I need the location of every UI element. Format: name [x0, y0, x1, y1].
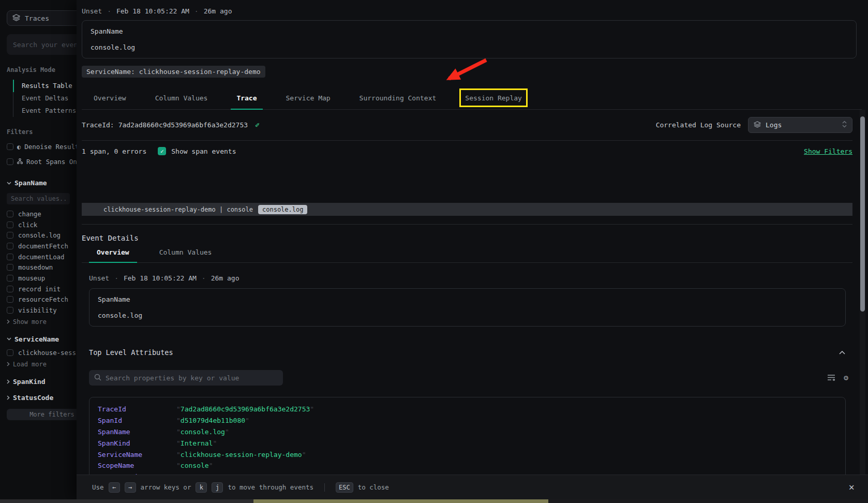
edit-pencil-icon[interactable]: ✎ — [255, 121, 259, 129]
checkbox[interactable] — [7, 221, 13, 228]
checkbox[interactable] — [7, 275, 13, 282]
event-timestamp: Feb 18 10:05:22 AM — [116, 7, 189, 15]
drawer-tabs: Overview Column Values Trace Service Map… — [82, 90, 862, 110]
checkbox[interactable] — [7, 211, 13, 217]
checkbox[interactable] — [7, 264, 13, 271]
spanname-value-documentload[interactable]: documentLoad — [7, 252, 77, 262]
attribute-value[interactable]: 7ad2ad8660c9d53969a6bf6a3e2d2753 — [176, 405, 314, 413]
checkbox[interactable] — [7, 286, 13, 292]
spanname-value-documentfetch[interactable]: documentFetch — [7, 241, 77, 252]
checkbox[interactable] — [7, 243, 13, 249]
status-badge: Unset — [82, 7, 102, 15]
attribute-value[interactable]: d51079d4eb11b080 — [176, 417, 249, 424]
group-header-servicename[interactable]: ServiceName — [7, 335, 77, 343]
scrollbar-thumb[interactable] — [860, 116, 865, 312]
servicename-load-more[interactable]: Load more — [7, 359, 77, 369]
filter-root-spans-only[interactable]: Root Spans Only — [7, 158, 77, 166]
show-span-events-checkbox[interactable]: ✓ — [158, 147, 166, 155]
service-name-badge[interactable]: ServiceName: clickhouse-session-replay-d… — [82, 66, 265, 78]
spanname-values-search-input[interactable] — [7, 193, 70, 204]
tab-column-values[interactable]: Column Values — [149, 94, 214, 109]
k-key: k — [196, 482, 207, 493]
spanname-value-mouseup[interactable]: mouseup — [7, 273, 77, 284]
root-spans-label: Root Spans Only — [26, 158, 77, 166]
servicename-value-clickhouse[interactable]: clickhouse-session-replay-demo — [7, 347, 77, 358]
spanname-value-mousedown[interactable]: mousedown — [7, 262, 77, 273]
checkbox[interactable] — [7, 307, 13, 314]
checkbox[interactable] — [7, 254, 13, 260]
trace-waterfall-row[interactable]: clickhouse-session-replay-demo | console… — [82, 203, 852, 216]
checkbox[interactable] — [7, 296, 13, 303]
spanname-value-console-log[interactable]: console.log — [7, 230, 77, 241]
collapse-chevron-icon[interactable] — [839, 351, 845, 354]
checkbox[interactable] — [7, 349, 13, 356]
attribute-value[interactable]: console.log — [176, 428, 229, 436]
log-source-select[interactable]: Logs — [748, 117, 852, 133]
footer-divider — [324, 483, 325, 492]
scrollbar-track[interactable] — [860, 110, 865, 475]
property-search-input[interactable] — [106, 374, 278, 382]
spanname-show-more[interactable]: Show more — [7, 317, 77, 327]
detail-tab-column-values[interactable]: Column Values — [152, 248, 220, 262]
detail-tab-overview[interactable]: Overview — [89, 248, 137, 262]
spanname-value-record-init[interactable]: record init — [7, 284, 77, 294]
attribute-key[interactable]: ServiceName — [98, 451, 176, 458]
waterfall-span-label: clickhouse-session-replay-demo | console — [103, 206, 253, 213]
attribute-key[interactable]: SpanName — [98, 428, 176, 436]
top-level-attributes-title: Top Level Attributes — [89, 348, 173, 357]
tab-surrounding-context[interactable]: Surrounding Context — [354, 94, 442, 109]
arrow-right-key: → — [125, 482, 136, 493]
top-level-attributes-header: Top Level Attributes — [89, 348, 852, 357]
close-icon[interactable]: × — [849, 482, 855, 492]
attribute-value[interactable]: 0.16.2 — [176, 473, 209, 475]
group-header-spanname[interactable]: SpanName — [7, 179, 77, 187]
tab-overview[interactable]: Overview — [88, 94, 132, 109]
trace-id-row: TraceId: 7ad2ad8660c9d53969a6bf6a3e2d275… — [82, 121, 260, 129]
span-name-label: SpanName — [91, 27, 848, 35]
chevron-right-icon — [7, 319, 10, 324]
separator-dot: · — [202, 274, 206, 282]
show-filters-link[interactable]: Show Filters — [804, 147, 852, 155]
group-header-spankind[interactable]: SpanKind — [7, 378, 77, 386]
session-replay-highlight-box: Session Replay — [459, 88, 528, 107]
gear-icon[interactable]: ⚙ — [844, 374, 848, 382]
span-summary-row: 1 span, 0 errors ✓ Show span events Show… — [82, 141, 852, 161]
spanname-value-change[interactable]: change — [7, 209, 77, 219]
sidebar-search-input[interactable] — [7, 34, 77, 55]
wrap-lines-icon[interactable] — [827, 373, 835, 383]
traces-button[interactable]: Traces — [7, 10, 77, 26]
tab-session-replay[interactable]: Session Replay — [465, 94, 522, 102]
event-details-title: Event Details — [82, 234, 852, 242]
sidebar: Traces Analysis Mode Results Table Event… — [0, 0, 77, 499]
attribute-key[interactable]: SpanId — [98, 417, 176, 424]
more-filters-button[interactable]: More filters — [7, 409, 77, 420]
layers-icon — [754, 121, 761, 129]
attribute-key[interactable]: SpanKind — [98, 439, 176, 447]
root-spans-checkbox[interactable] — [7, 158, 13, 165]
spanname-value-resourcefetch[interactable]: resourceFetch — [7, 294, 77, 305]
tab-trace[interactable]: Trace — [231, 94, 262, 109]
attribute-value[interactable]: Internal — [176, 439, 217, 447]
tab-service-map[interactable]: Service Map — [280, 94, 336, 109]
drawer-footer: Use ← → arrow keys or k j to move throug… — [77, 475, 868, 499]
attributes-table: TraceId 7ad2ad8660c9d53969a6bf6a3e2d2753… — [89, 397, 846, 475]
mode-results-table[interactable]: Results Table — [13, 80, 77, 92]
attribute-value[interactable]: console — [176, 462, 213, 469]
mode-event-deltas[interactable]: Event Deltas — [13, 92, 77, 105]
filter-denoise-results[interactable]: ◐ Denoise Results — [7, 143, 77, 151]
group-header-statuscode[interactable]: StatusCode — [7, 394, 77, 402]
mode-event-patterns[interactable]: Event Patterns — [13, 105, 77, 117]
denoise-checkbox[interactable] — [7, 143, 13, 150]
spanname-value-list: change click console.log documentFetch d… — [7, 209, 77, 316]
checkbox[interactable] — [7, 232, 13, 239]
trace-id-label: TraceId: — [82, 121, 114, 129]
attribute-key[interactable]: TraceId — [98, 405, 176, 413]
attribute-key[interactable]: ScopeVersion — [98, 473, 176, 475]
attribute-value[interactable]: clickhouse-session-replay-demo — [176, 451, 306, 458]
event-timestamp: Feb 18 10:05:22 AM — [124, 274, 197, 282]
attribute-key[interactable]: ScopeName — [98, 462, 176, 469]
spanname-value-click[interactable]: click — [7, 219, 77, 230]
spanname-value-visibility[interactable]: visibility — [7, 305, 77, 316]
layers-icon — [12, 14, 20, 23]
contrast-icon: ◐ — [17, 144, 21, 150]
